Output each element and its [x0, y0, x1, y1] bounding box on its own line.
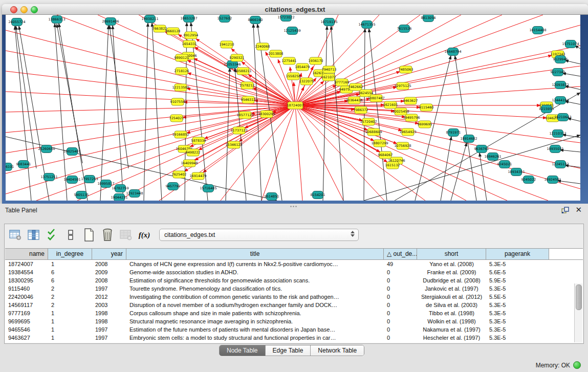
- network-node[interactable]: 9457791: [166, 183, 181, 190]
- column-settings-icon[interactable]: [26, 227, 41, 243]
- network-node[interactable]: 7625402: [172, 171, 187, 178]
- network-node[interactable]: 8466160: [248, 16, 263, 24]
- table-row[interactable]: 977716911998Corpus callosum shape and si…: [5, 309, 583, 317]
- table-settings-icon[interactable]: [8, 227, 23, 243]
- network-node[interactable]: 19825401: [63, 148, 80, 156]
- table-row[interactable]: 911546021997Tourette syndrome. Phenomeno…: [5, 285, 583, 293]
- network-node[interactable]: 9115460: [419, 104, 434, 111]
- network-node[interactable]: 12245132: [552, 161, 569, 168]
- network-node[interactable]: 15346123: [225, 141, 242, 148]
- network-node[interactable]: 10756928: [394, 142, 411, 149]
- table-row[interactable]: 2242004622012Investigating the contribut…: [5, 293, 583, 301]
- table-row[interactable]: 946362711997Embryonic stem cells: a mode…: [5, 334, 583, 342]
- tab-edge-table[interactable]: Edge Table: [266, 345, 311, 356]
- network-hub-node[interactable]: 18724007: [287, 102, 303, 109]
- column-header-pagerank[interactable]: pagerank: [486, 249, 549, 259]
- network-node[interactable]: 15723022: [277, 15, 294, 21]
- network-node[interactable]: 2578212: [240, 82, 255, 89]
- table-row[interactable]: 1456911722003Disruption of a novel membe…: [5, 301, 583, 309]
- network-node[interactable]: 2718126: [175, 68, 189, 75]
- network-node[interactable]: 10935031: [547, 145, 563, 153]
- column-header-title[interactable]: title: [126, 249, 384, 259]
- network-node[interactable]: 9777169: [335, 79, 350, 86]
- network-node[interactable]: 1654331: [182, 40, 197, 48]
- column-header-short[interactable]: short: [417, 249, 486, 259]
- network-node[interactable]: 18807299: [371, 140, 388, 147]
- network-node[interactable]: 1615132: [385, 162, 400, 169]
- tab-network-table[interactable]: Network Table: [311, 345, 364, 356]
- network-node[interactable]: 10653287: [180, 15, 197, 23]
- network-node[interactable]: 9699695: [418, 121, 432, 128]
- table-selector-dropdown[interactable]: citations_edges.txt: [159, 229, 359, 241]
- network-node[interactable]: 9684067: [378, 151, 393, 159]
- network-node[interactable]: 7663822: [153, 25, 167, 32]
- network-node[interactable]: 1936170: [309, 57, 323, 64]
- network-node[interactable]: 1275441: [282, 57, 297, 64]
- network-node[interactable]: 7485063: [399, 66, 413, 73]
- network-node[interactable]: 8813054: [421, 15, 436, 22]
- new-table-icon[interactable]: [81, 227, 97, 243]
- network-node[interactable]: 12210312: [549, 130, 566, 138]
- network-window-titlebar[interactable]: citations_edges.txt: [2, 4, 588, 15]
- network-node[interactable]: 16914479: [189, 172, 206, 180]
- network-node[interactable]: 9227343: [551, 69, 565, 76]
- network-node[interactable]: 9107554: [170, 98, 185, 105]
- network-node[interactable]: 2013808: [269, 50, 284, 57]
- network-node[interactable]: 8912954: [184, 32, 199, 39]
- table-row[interactable]: 969969511998Structural magnetic resonanc…: [5, 317, 583, 325]
- network-node[interactable]: 1854479: [295, 63, 310, 71]
- network-node[interactable]: 9245022: [521, 176, 536, 184]
- network-node[interactable]: 1527602: [217, 15, 232, 23]
- network-node[interactable]: 18300295: [258, 111, 275, 118]
- network-node[interactable]: 9463627: [403, 97, 418, 104]
- network-node[interactable]: 9129946: [553, 56, 568, 63]
- network-node[interactable]: 7906101: [6, 163, 14, 171]
- tab-node-table[interactable]: Node Table: [220, 345, 266, 356]
- network-node[interactable]: 19495796: [403, 114, 420, 121]
- network-node[interactable]: 12213589: [172, 84, 189, 91]
- network-node[interactable]: 9514851: [265, 193, 279, 201]
- network-node[interactable]: 19166852: [172, 131, 189, 138]
- network-node[interactable]: 7615526: [397, 25, 412, 33]
- network-node[interactable]: 12975125: [394, 82, 411, 90]
- network-node[interactable]: 19654923: [399, 128, 416, 136]
- network-node[interactable]: 8215953: [539, 105, 554, 113]
- delete-table-icon[interactable]: [100, 227, 115, 243]
- column-header-name[interactable]: name: [5, 249, 48, 259]
- column-header-in_degree[interactable]: in_degree: [48, 249, 92, 259]
- network-node[interactable]: 10934351: [508, 168, 525, 176]
- table-row[interactable]: 1872400712008Changes of HCN gene express…: [5, 260, 583, 268]
- network-node[interactable]: 12923448: [126, 190, 143, 198]
- network-node[interactable]: 10688609: [365, 128, 382, 136]
- network-node[interactable]: 19044231: [111, 194, 127, 201]
- network-node[interactable]: 9245021: [497, 161, 512, 168]
- network-node[interactable]: 9890121: [175, 54, 189, 61]
- network-node[interactable]: 10719135: [320, 18, 337, 26]
- function-builder-icon[interactable]: f(x): [137, 227, 152, 243]
- scrollbar-thumb[interactable]: [576, 285, 582, 310]
- network-node[interactable]: 7940713: [322, 66, 337, 73]
- network-node[interactable]: 9660128: [166, 28, 181, 35]
- network-node[interactable]: 10588211: [234, 68, 251, 75]
- clear-selection-icon[interactable]: [63, 227, 78, 243]
- network-node[interactable]: 24055724: [8, 18, 25, 26]
- network-node[interactable]: 1322075: [299, 78, 314, 85]
- network-node[interactable]: 9498222: [186, 149, 201, 156]
- network-node[interactable]: 9546312: [241, 96, 256, 103]
- network-node[interactable]: 9636761: [474, 145, 489, 153]
- memory-ok-icon[interactable]: [573, 361, 581, 369]
- network-node[interactable]: 18914682: [460, 135, 477, 143]
- network-node[interactable]: 20364436: [345, 97, 362, 104]
- table-row[interactable]: 946554611997Estimation of the future num…: [5, 325, 583, 334]
- network-node[interactable]: 8154201: [311, 191, 325, 199]
- network-node[interactable]: 12125439: [284, 27, 300, 35]
- network-node[interactable]: 2240068: [255, 43, 270, 50]
- network-node[interactable]: 15720407: [360, 118, 377, 125]
- network-node[interactable]: 10807487: [367, 95, 384, 102]
- network-node[interactable]: 8791971: [446, 129, 461, 137]
- column-header-year[interactable]: year: [92, 249, 126, 259]
- network-node[interactable]: 10846261: [484, 153, 501, 161]
- network-canvas[interactable]: 2405572413866313206914061993821110653287…: [6, 15, 580, 201]
- network-node[interactable]: 1621601: [383, 101, 398, 108]
- float-panel-icon[interactable]: [561, 207, 570, 214]
